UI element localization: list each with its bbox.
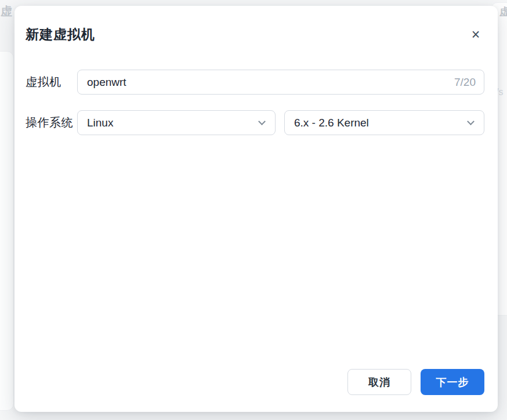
vm-name-char-counter: 7/20 [454,76,484,89]
os-type-selected-value: Linux [78,117,259,129]
os-type-select[interactable]: Linux [77,110,276,135]
vm-name-field-wrapper: 7/20 [77,70,484,95]
next-step-button[interactable]: 下一步 [421,369,484,395]
create-vm-dialog: 新建虚拟机 × 虚拟机 7/20 操作系统 Linux 6.x - 2.6 Ke… [15,6,498,412]
close-icon[interactable]: × [466,25,485,44]
chevron-down-icon [258,118,266,125]
chevron-down-icon [467,118,475,125]
vm-name-input[interactable] [78,70,454,94]
os-label: 操作系统 [26,110,73,135]
dialog-title: 新建虚拟机 [26,26,95,44]
cancel-button[interactable]: 取消 [347,369,411,395]
vm-name-label: 虚拟机 [26,70,61,95]
os-version-select[interactable]: 6.x - 2.6 Kernel [284,110,484,135]
os-version-selected-value: 6.x - 2.6 Kernel [285,117,468,129]
